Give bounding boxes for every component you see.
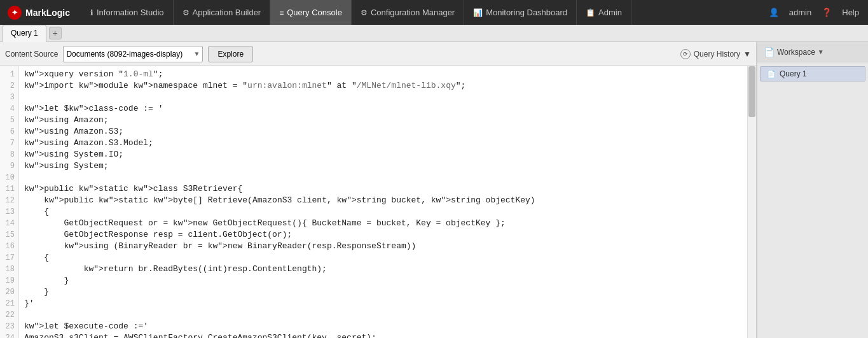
marklogic-logo-mark: ✦ — [8, 6, 22, 20]
editor-area: Content Source Documents (8092-images-di… — [0, 42, 757, 338]
line-number: 17 — [0, 252, 18, 264]
code-line — [24, 309, 742, 321]
code-line: kw">return br.ReadBytes((int)resp.Conten… — [24, 264, 742, 275]
tab-query1[interactable]: Query 1 — [3, 25, 46, 42]
code-line: }' — [24, 298, 742, 309]
code-line: kw">public kw">static kw">byte[] Retriev… — [24, 195, 742, 206]
line-number: 12 — [0, 195, 18, 206]
admin-icon: 📋 — [586, 8, 595, 17]
line-number: 10 — [0, 172, 18, 183]
workspace-query-label: Query 1 — [780, 69, 807, 78]
tab-query1-label: Query 1 — [11, 29, 38, 38]
code-line — [24, 92, 742, 103]
editor-toolbar: Content Source Documents (8092-images-di… — [0, 42, 756, 66]
line-number: 9 — [0, 160, 18, 172]
code-line: GetObjectRequest or = kw">new GetObjectR… — [24, 218, 742, 229]
content-source-value: Documents (8092-images-display) — [66, 50, 193, 59]
nav-monitoring-dashboard[interactable]: 📊 Monitoring Dashboard — [464, 0, 577, 25]
code-line — [24, 172, 742, 183]
nav-admin[interactable]: 📋 Admin — [577, 0, 631, 25]
line-number: 8 — [0, 149, 18, 160]
configuration-manager-icon: ⚙ — [361, 8, 368, 17]
code-line: kw">public kw">static kw">class S3Retrie… — [24, 183, 742, 195]
line-number: 6 — [0, 126, 18, 137]
code-line: kw">using Amazon.S3; — [24, 126, 742, 137]
code-line: { — [24, 206, 742, 218]
application-builder-icon: ⚙ — [183, 8, 189, 17]
information-studio-icon: ℹ — [90, 8, 93, 17]
line-number: 4 — [0, 103, 18, 115]
code-line: kw">let $kw">class-code := ' — [24, 103, 742, 115]
line-number: 21 — [0, 298, 18, 309]
line-number: 20 — [0, 286, 18, 298]
right-nav: 👤 admin ❓ Help — [765, 8, 863, 17]
monitoring-dashboard-icon: 📊 — [473, 8, 483, 17]
nav-query-console-label: Query Console — [287, 8, 342, 17]
code-line: kw">using (BinaryReader br = kw">new Bin… — [24, 241, 742, 252]
line-number: 14 — [0, 218, 18, 229]
query-console-icon: ≡ — [279, 8, 284, 17]
nav-information-studio-label: Information Studio — [97, 8, 164, 17]
line-number: 13 — [0, 206, 18, 218]
logo[interactable]: ✦ MarkLogic — [5, 6, 81, 20]
query-item-icon: 📄 — [767, 70, 776, 78]
nav-query-console[interactable]: ≡ Query Console — [270, 0, 352, 25]
query-history-chevron: ▼ — [743, 50, 751, 59]
line-number: 2 — [0, 80, 18, 92]
help-link[interactable]: Help — [838, 8, 863, 17]
nav-application-builder-label: Application Builder — [193, 8, 261, 17]
add-tab-button[interactable]: + — [49, 27, 62, 39]
code-line: AmazonS3 s3Client = AWSClientFactory.Cre… — [24, 332, 742, 338]
topbar: ✦ MarkLogic ℹ Information Studio ⚙ Appli… — [0, 0, 868, 25]
code-editor[interactable]: 1234567891011121314151617181920212223242… — [0, 66, 756, 338]
code-content[interactable]: kw">xquery version "1.0-ml";kw">import k… — [19, 66, 747, 338]
line-number: 11 — [0, 183, 18, 195]
code-line: GetObjectResponse resp = client.GetObjec… — [24, 229, 742, 241]
code-line: kw">let $execute-code :=' — [24, 321, 742, 332]
line-number: 5 — [0, 115, 18, 126]
query-history-icon: ⟳ — [680, 49, 691, 59]
user-icon: 👤 — [765, 8, 783, 17]
line-number: 19 — [0, 275, 18, 286]
content-source-label: Content Source — [5, 50, 58, 59]
username[interactable]: admin — [785, 8, 815, 17]
workspace-chevron-icon: ▼ — [818, 48, 824, 55]
code-line: kw">using System.IO; — [24, 149, 742, 160]
line-number: 7 — [0, 137, 18, 149]
workspace-dropdown[interactable]: 📄 Workspace ▼ — [764, 47, 824, 57]
line-number: 3 — [0, 92, 18, 103]
help-icon: ❓ — [818, 8, 836, 17]
explore-button[interactable]: Explore — [208, 46, 253, 62]
code-line: kw">xquery version "1.0-ml"; — [24, 69, 742, 80]
code-line: } — [24, 286, 742, 298]
right-panel: 📄 Workspace ▼ 📄 Query 1 — [757, 42, 868, 338]
workspace-query-item[interactable]: 📄 Query 1 — [760, 66, 865, 81]
workspace-icon: 📄 — [764, 47, 775, 57]
scrollbar-thumb[interactable] — [748, 66, 755, 117]
query-history-button[interactable]: ⟳ Query History ▼ — [680, 49, 751, 59]
scrollbar[interactable] — [747, 66, 756, 338]
line-numbers: 1234567891011121314151617181920212223242… — [0, 66, 19, 338]
line-number: 18 — [0, 264, 18, 275]
line-number: 24 — [0, 332, 18, 338]
content-source-select[interactable]: Documents (8092-images-display) ▼ — [63, 46, 203, 62]
main-area: Content Source Documents (8092-images-di… — [0, 42, 868, 338]
nav-admin-label: Admin — [598, 8, 622, 17]
line-number: 15 — [0, 229, 18, 241]
query-list: 📄 Query 1 — [757, 62, 868, 85]
code-line: } — [24, 275, 742, 286]
line-number: 1 — [0, 69, 18, 80]
workspace-label-text: Workspace — [777, 48, 815, 57]
content-source-dropdown-icon: ▼ — [193, 50, 200, 57]
line-number: 22 — [0, 309, 18, 321]
nav-application-builder[interactable]: ⚙ Application Builder — [174, 0, 271, 25]
code-line: kw">using Amazon; — [24, 115, 742, 126]
nav-configuration-manager-label: Configuration Manager — [371, 8, 455, 17]
line-number: 23 — [0, 321, 18, 332]
nav-information-studio[interactable]: ℹ Information Studio — [81, 0, 174, 25]
code-line: kw">using Amazon.S3.Model; — [24, 137, 742, 149]
logo-text: MarkLogic — [25, 8, 70, 18]
nav-monitoring-dashboard-label: Monitoring Dashboard — [486, 8, 567, 17]
nav-configuration-manager[interactable]: ⚙ Configuration Manager — [352, 0, 464, 25]
workspace-header: 📄 Workspace ▼ — [757, 42, 868, 62]
